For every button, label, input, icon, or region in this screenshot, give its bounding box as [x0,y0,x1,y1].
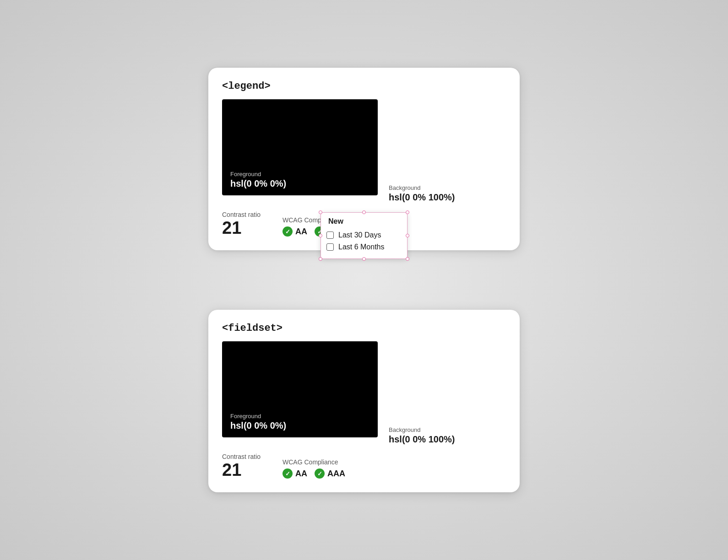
fieldset-bg-value: hsl(0 0% 100%) [389,434,506,445]
fieldset-card-title: <fieldset> [222,323,506,334]
legend-bg-value: hsl(0 0% 100%) [389,192,506,203]
fieldset-aa-label: AA [295,469,307,479]
dropdown-item-last30-label: Last 30 Days [338,231,381,239]
legend-aa-check-icon [283,226,293,237]
legend-wcag-aa-badge: AA [283,226,307,237]
handle-bm [362,257,366,261]
dropdown-item-last6months[interactable]: Last 6 Months [326,241,400,253]
fieldset-aaa-check-icon [315,468,325,479]
legend-preview-box: Foreground hsl(0 0% 0%) [222,99,378,195]
dropdown-popup[interactable]: New Last 30 Days Last 6 Months [321,212,407,259]
fieldset-card-left: Foreground hsl(0 0% 0%) [222,341,378,445]
fieldset-aa-check-icon [283,468,293,479]
legend-card-info-row: Foreground hsl(0 0% 0%) Background hsl(0… [222,99,506,203]
fieldset-wcag-aa-badge: AA [283,468,307,479]
cards-container: <legend> Foreground hsl(0 0% 0%) Backgro… [208,68,520,492]
legend-card-title: <legend> [222,81,506,92]
fieldset-wcag-label: WCAG Compliance [283,458,345,466]
dropdown-header: New [326,217,400,226]
fieldset-fg-value: hsl(0 0% 0%) [230,420,369,431]
legend-fg-label: Foreground [230,171,369,178]
fieldset-wcag-block: WCAG Compliance AA AAA [283,458,345,479]
fieldset-preview-box: Foreground hsl(0 0% 0%) [222,341,378,437]
fieldset-card: <fieldset> Foreground hsl(0 0% 0%) Backg… [208,310,520,492]
dropdown-item-last6months-label: Last 6 Months [338,243,385,251]
handle-mr [406,234,409,237]
legend-contrast-label: Contrast ratio [222,211,261,218]
legend-contrast-value: 21 [222,219,261,237]
legend-bg-label: Background [389,184,506,191]
handle-tr [406,210,409,214]
handle-bl [319,257,322,261]
dropdown-overlay: New Last 30 Days Last 6 Months [321,212,407,259]
handle-tm [362,210,366,214]
handle-ml [319,234,322,237]
fieldset-contrast-block: Contrast ratio 21 [222,453,261,479]
fieldset-wcag-badges: AA AAA [283,468,345,479]
fieldset-fg-label: Foreground [230,413,369,420]
legend-card-left: Foreground hsl(0 0% 0%) [222,99,378,203]
fieldset-wcag-aaa-badge: AAA [315,468,345,479]
legend-aa-label: AA [295,227,307,237]
handle-br [406,257,409,261]
fieldset-card-right: Background hsl(0 0% 100%) [378,341,506,445]
handle-tl [319,210,322,214]
dropdown-checkbox-last6months[interactable] [326,243,334,251]
dropdown-item-last30[interactable]: Last 30 Days [326,229,400,241]
fieldset-bg-label: Background [389,426,506,433]
legend-fg-value: hsl(0 0% 0%) [230,178,369,189]
fieldset-card-info-row: Foreground hsl(0 0% 0%) Background hsl(0… [222,341,506,445]
fieldset-aaa-label: AAA [327,469,345,479]
fieldset-contrast-label: Contrast ratio [222,453,261,460]
fieldset-metrics-row: Contrast ratio 21 WCAG Compliance AA AAA [222,453,506,479]
legend-card-right: Background hsl(0 0% 100%) [378,99,506,203]
legend-contrast-block: Contrast ratio 21 [222,211,261,237]
fieldset-contrast-value: 21 [222,461,261,479]
dropdown-checkbox-last30[interactable] [326,232,334,239]
